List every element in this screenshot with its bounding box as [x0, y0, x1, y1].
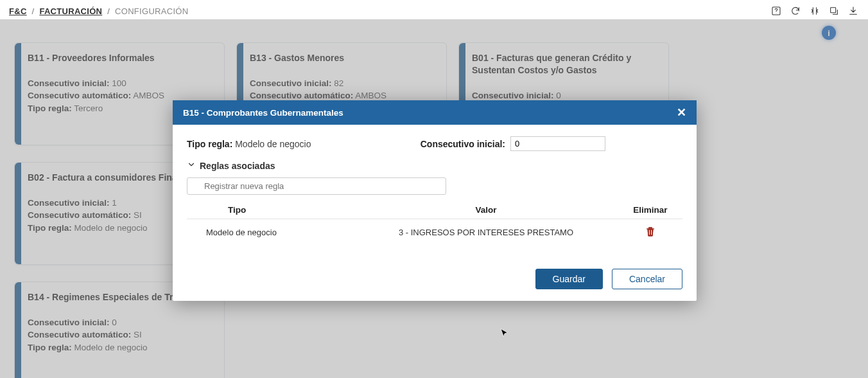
tipo-regla-value: Modelo de negocio — [235, 139, 311, 149]
topbar: F&C / FACTURACIÓN / CONFIGURACIÓN — [0, 0, 868, 19]
svg-rect-2 — [831, 8, 836, 13]
svg-point-1 — [776, 13, 777, 14]
delete-row-button[interactable] — [645, 226, 656, 237]
table-row: Modelo de negocio 3 - INGRESOS POR INTER… — [187, 219, 682, 246]
col-valor: Valor — [354, 205, 618, 215]
svg-rect-5 — [647, 228, 654, 230]
modal-header: B15 - Comprobantes Gubernamentales ✕ — [173, 100, 697, 125]
open-external-icon[interactable] — [828, 5, 840, 17]
consecutivo-inicial-label: Consecutivo inicial: — [421, 139, 505, 149]
tipo-regla-label: Tipo regla: — [187, 139, 232, 149]
breadcrumb: F&C / FACTURACIÓN / CONFIGURACIÓN — [9, 6, 188, 16]
new-rule-input[interactable] — [187, 177, 446, 195]
refresh-icon[interactable] — [790, 5, 801, 17]
breadcrumb-current: CONFIGURACIÓN — [115, 6, 188, 16]
breadcrumb-root[interactable]: F&C — [9, 6, 27, 16]
row-valor: 3 - INGRESOS POR INTERESES PRESTAMO — [354, 228, 618, 237]
help-icon[interactable] — [770, 5, 782, 17]
columns-icon[interactable] — [809, 5, 820, 17]
col-tipo: Tipo — [187, 205, 354, 215]
modal: B15 - Comprobantes Gubernamentales ✕ Tip… — [173, 100, 697, 301]
modal-title: B15 - Comprobantes Gubernamentales — [183, 108, 343, 118]
consecutivo-inicial-input[interactable] — [510, 136, 605, 151]
svg-rect-7 — [651, 230, 652, 235]
cancel-button[interactable]: Cancelar — [612, 269, 682, 289]
reglas-asociadas-toggle[interactable]: Reglas asociadas — [187, 160, 682, 171]
download-icon[interactable] — [847, 5, 859, 17]
row-tipo: Modelo de negocio — [187, 228, 354, 237]
save-button[interactable]: Guardar — [535, 269, 603, 289]
col-eliminar: Eliminar — [618, 205, 682, 215]
svg-rect-6 — [649, 230, 650, 235]
breadcrumb-section[interactable]: FACTURACIÓN — [39, 6, 102, 16]
chevron-down-icon — [187, 160, 196, 171]
rules-table: Tipo Valor Eliminar Modelo de negocio 3 … — [187, 201, 682, 246]
topbar-actions — [770, 5, 859, 17]
close-icon[interactable]: ✕ — [677, 107, 686, 118]
